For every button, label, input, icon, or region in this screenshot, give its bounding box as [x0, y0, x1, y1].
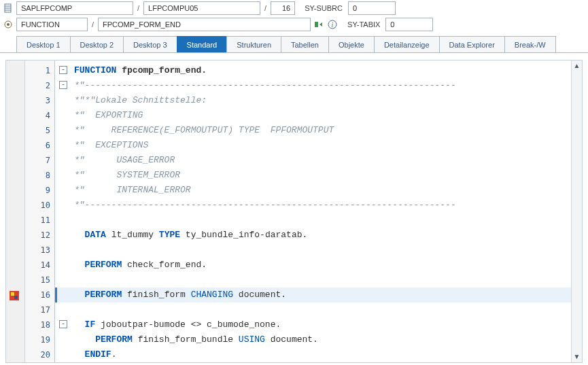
- svg-rect-3: [315, 22, 318, 27]
- line-number: 17: [25, 302, 54, 317]
- line-number: 4: [25, 108, 54, 123]
- navigate-icon[interactable]: [313, 19, 324, 30]
- tab-standard[interactable]: Standard: [177, 36, 228, 52]
- object-type-field[interactable]: FUNCTION: [16, 18, 88, 31]
- document-icon[interactable]: [3, 3, 14, 14]
- line-number: 16: [25, 288, 54, 302]
- svg-point-2: [7, 23, 10, 26]
- tab-bar: Desktop 1Desktop 2Desktop 3StandardStruk…: [0, 37, 588, 53]
- line-number: 12: [25, 228, 54, 243]
- code-line[interactable]: *"--------------------------------------…: [55, 198, 582, 213]
- include-field[interactable]: LFPCOMPU05: [143, 1, 260, 15]
- line-number-gutter: 1234567891011121314151617181920: [25, 60, 55, 362]
- header-row-2: FUNCTION / FPCOMP_FORM_END i SY-TABIX 0: [0, 16, 588, 33]
- sy-subrc-label: SY-SUBRC: [298, 4, 345, 12]
- svg-rect-7: [11, 292, 14, 296]
- code-area[interactable]: -FUNCTION fpcomp_form_end.-*"-----------…: [55, 60, 582, 362]
- line-number: 15: [25, 273, 54, 288]
- line-number: 9: [25, 183, 54, 198]
- code-line[interactable]: - IF joboutpar-bumode <> c_bumode_none.: [55, 317, 582, 332]
- line-number: 14: [25, 258, 54, 273]
- code-line[interactable]: PERFORM finish_form_bundle USING documen…: [55, 332, 582, 347]
- editor-margin: [6, 60, 25, 362]
- info-icon[interactable]: i: [327, 19, 338, 30]
- code-line[interactable]: *" INTERNAL_ERROR: [55, 183, 582, 198]
- tab-desktop-1[interactable]: Desktop 1: [16, 36, 71, 52]
- sy-tabix-field[interactable]: 0: [385, 18, 433, 31]
- tab-strukturen[interactable]: Strukturen: [226, 36, 281, 52]
- object-name-field[interactable]: FPCOMP_FORM_END: [98, 18, 311, 31]
- code-line[interactable]: *" EXCEPTIONS: [55, 138, 582, 153]
- code-line[interactable]: PERFORM finish_form CHANGING document.: [55, 288, 582, 302]
- line-number-field[interactable]: 16: [271, 1, 295, 15]
- scroll-up-icon[interactable]: ▲: [572, 60, 582, 71]
- tab-break-w[interactable]: Break-/W: [504, 36, 556, 52]
- code-line[interactable]: ENDIF.: [55, 347, 582, 362]
- breakpoint-icon[interactable]: [9, 290, 20, 301]
- fold-toggle[interactable]: -: [59, 66, 67, 74]
- code-line[interactable]: *" USAGE_ERROR: [55, 153, 582, 168]
- tab-desktop-3[interactable]: Desktop 3: [123, 36, 177, 52]
- sy-subrc-field[interactable]: 0: [348, 1, 396, 15]
- fold-toggle[interactable]: -: [59, 81, 67, 89]
- code-line[interactable]: -FUNCTION fpcomp_form_end.: [55, 63, 582, 78]
- code-line[interactable]: [55, 273, 582, 288]
- code-line[interactable]: -*"-------------------------------------…: [55, 78, 582, 93]
- line-number: 13: [25, 243, 54, 258]
- code-line[interactable]: [55, 213, 582, 228]
- code-line[interactable]: PERFORM check_form_end.: [55, 258, 582, 273]
- line-number: 5: [25, 123, 54, 138]
- code-line[interactable]: *" SYSTEM_ERROR: [55, 168, 582, 183]
- tab-tabellen[interactable]: Tabellen: [281, 36, 329, 52]
- line-number: 2: [25, 78, 54, 93]
- separator: /: [90, 20, 95, 29]
- code-line[interactable]: [55, 302, 582, 317]
- separator: /: [263, 4, 268, 12]
- sy-tabix-label: SY-TABIX: [341, 20, 383, 29]
- tab-objekte[interactable]: Objekte: [328, 36, 375, 52]
- program-field[interactable]: SAPLFPCOMP: [16, 1, 133, 15]
- tab-desktop-2[interactable]: Desktop 2: [70, 36, 124, 52]
- line-number: 19: [25, 332, 54, 347]
- code-line[interactable]: *" EXPORTING: [55, 108, 582, 123]
- svg-text:i: i: [332, 21, 334, 29]
- line-number: 18: [25, 317, 54, 332]
- tab-detailanzeige[interactable]: Detailanzeige: [374, 36, 440, 52]
- line-number: 1: [25, 63, 54, 78]
- fold-toggle[interactable]: -: [59, 320, 67, 328]
- code-line[interactable]: *"*"Lokale Schnittstelle:: [55, 93, 582, 108]
- line-number: 10: [25, 198, 54, 213]
- code-line[interactable]: *" REFERENCE(E_FORMOUTPUT) TYPE FPFORMOU…: [55, 123, 582, 138]
- line-number: 20: [25, 347, 54, 362]
- line-number: 11: [25, 213, 54, 228]
- line-number: 8: [25, 168, 54, 183]
- svg-rect-8: [14, 296, 18, 299]
- code-line[interactable]: DATA lt_dummy TYPE ty_bundle_info-darata…: [55, 228, 582, 243]
- tab-data-explorer[interactable]: Data Explorer: [439, 36, 505, 52]
- line-number: 7: [25, 153, 54, 168]
- header-row-1: SAPLFPCOMP / LFPCOMPU05 / 16 SY-SUBRC 0: [0, 0, 588, 16]
- separator: /: [136, 4, 141, 12]
- gear-icon[interactable]: [3, 19, 14, 30]
- code-editor: 1234567891011121314151617181920 -FUNCTIO…: [5, 60, 583, 363]
- code-line[interactable]: [55, 243, 582, 258]
- vertical-scrollbar[interactable]: ▲ ▼: [571, 60, 582, 362]
- scroll-down-icon[interactable]: ▼: [572, 351, 582, 362]
- line-number: 3: [25, 93, 54, 108]
- line-number: 6: [25, 138, 54, 153]
